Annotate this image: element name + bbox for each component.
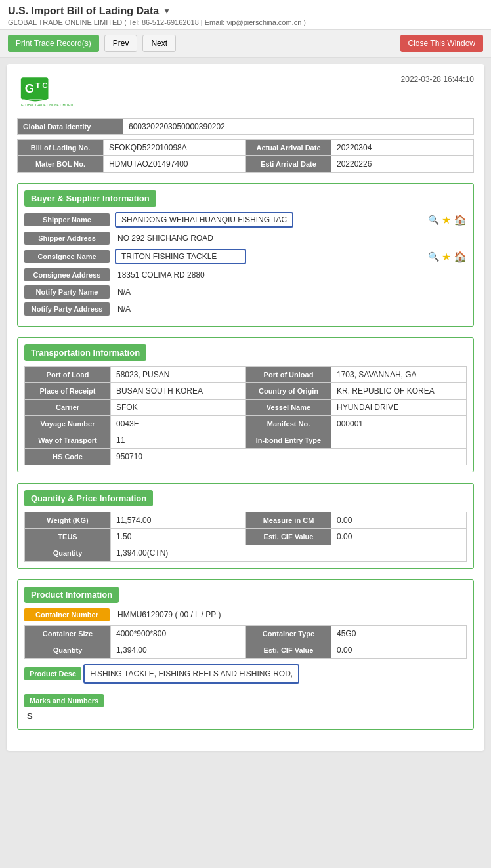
main-content: G T C GLOBAL TRADE ONLINE LIMITED 2022-0… bbox=[7, 64, 484, 751]
voyage-row: Voyage Number 0043E Manifest No. 000001 bbox=[24, 415, 467, 432]
consignee-name-label: Consignee Name bbox=[24, 250, 110, 263]
next-button[interactable]: Next bbox=[142, 35, 176, 52]
mater-bol-value: HDMUTAOZ01497400 bbox=[103, 156, 245, 172]
qp-esti-cif-label: Esti. CIF Value bbox=[245, 529, 331, 545]
consignee-name-value: TRITON FISHING TACKLE bbox=[115, 249, 246, 264]
hscode-row: HS Code 950710 bbox=[24, 448, 467, 465]
consignee-address-value: 18351 COLIMA RD 2880 bbox=[115, 268, 207, 281]
company-logo: G T C GLOBAL TRADE ONLINE LIMITED bbox=[17, 75, 96, 108]
global-identity-row: Global Data Identity 6003202203050000390… bbox=[17, 118, 474, 135]
prod-esti-cif-value: 0.00 bbox=[331, 642, 466, 658]
marks-area: Marks and Numbers S bbox=[24, 694, 467, 722]
notify-party-name-row: Notify Party Name N/A bbox=[24, 285, 467, 299]
qp-esti-cif-value: 0.00 bbox=[331, 529, 466, 545]
quantity-price-section: Quantity & Price Information Weight (KG)… bbox=[17, 483, 474, 569]
product-desc-value: FISHING TACKLE, FISHING REELS AND FISHIN… bbox=[83, 664, 299, 684]
product-title: Product Information bbox=[24, 587, 119, 603]
buyer-supplier-title: Buyer & Supplier Information bbox=[24, 190, 156, 207]
receipt-row: Place of Receipt BUSAN SOUTH KOREA Count… bbox=[24, 382, 467, 400]
print-button[interactable]: Print Trade Record(s) bbox=[8, 35, 99, 52]
esti-arrival-value: 20220226 bbox=[331, 156, 473, 172]
notify-party-name-value: N/A bbox=[115, 285, 133, 299]
shipper-name-row: Shipper Name SHANDONG WEIHAI HUANQIU FIS… bbox=[24, 212, 467, 228]
carrier-row: Carrier SFOK Vessel Name HYUNDAI DRIVE bbox=[24, 399, 467, 416]
consignee-icons: 🔍 ★ 🏠 bbox=[428, 251, 467, 263]
qp-quantity-value: 1,394.00(CTN) bbox=[110, 545, 466, 561]
doc-datetime: 2022-03-28 16:44:10 bbox=[401, 75, 474, 84]
measure-value: 0.00 bbox=[331, 512, 466, 528]
container-number-label: Container Number bbox=[24, 608, 110, 621]
voyage-number-value: 0043E bbox=[110, 416, 245, 432]
prod-quantity-row: Quantity 1,394.00 Esti. CIF Value 0.00 bbox=[24, 642, 467, 659]
weight-row: Weight (KG) 11,574.00 Measure in CM 0.00 bbox=[24, 512, 467, 529]
shipper-address-row: Shipper Address NO 292 SHICHANG ROAD bbox=[24, 232, 467, 245]
consignee-address-row: Consignee Address 18351 COLIMA RD 2880 bbox=[24, 268, 467, 281]
measure-label: Measure in CM bbox=[245, 512, 331, 528]
toolbar-left: Print Trade Record(s) Prev Next bbox=[8, 35, 176, 52]
marks-value: S bbox=[24, 710, 467, 722]
toolbar: Print Trade Record(s) Prev Next Close Th… bbox=[0, 30, 491, 58]
prod-quantity-label: Quantity bbox=[25, 642, 110, 658]
mater-bol-row: Mater BOL No. HDMUTAOZ01497400 Esti Arri… bbox=[17, 155, 474, 173]
notify-party-address-value: N/A bbox=[115, 302, 133, 316]
shipper-star-icon[interactable]: ★ bbox=[442, 214, 451, 226]
svg-text:GLOBAL TRADE ONLINE LIMITED: GLOBAL TRADE ONLINE LIMITED bbox=[21, 103, 74, 107]
transportation-section: Transportation Information Port of Load … bbox=[17, 337, 474, 472]
svg-text:C: C bbox=[42, 81, 48, 89]
esti-arrival-label: Esti Arrival Date bbox=[245, 156, 331, 172]
inbond-entry-value bbox=[331, 432, 466, 448]
bol-label: Bill of Lading No. bbox=[18, 140, 103, 155]
port-load-label: Port of Load bbox=[25, 367, 110, 382]
page-title: U.S. Import Bill of Lading Data ▼ bbox=[8, 5, 171, 17]
consignee-address-label: Consignee Address bbox=[24, 268, 110, 281]
way-transport-value: 11 bbox=[110, 432, 245, 448]
shipper-home-icon[interactable]: 🏠 bbox=[454, 214, 467, 226]
shipper-icons: 🔍 ★ 🏠 bbox=[428, 214, 467, 226]
container-size-label: Container Size bbox=[25, 626, 110, 642]
shipper-search-icon[interactable]: 🔍 bbox=[428, 215, 439, 225]
marks-label: Marks and Numbers bbox=[24, 694, 104, 707]
global-identity-label: Global Data Identity bbox=[18, 119, 123, 134]
weight-label: Weight (KG) bbox=[25, 512, 110, 528]
vessel-name-label: Vessel Name bbox=[245, 400, 331, 415]
consignee-name-row: Consignee Name TRITON FISHING TACKLE 🔍 ★… bbox=[24, 249, 467, 264]
global-identity-value: 6003202203050000390202 bbox=[123, 119, 473, 134]
consignee-home-icon[interactable]: 🏠 bbox=[454, 251, 467, 263]
prod-esti-cif-label: Esti. CIF Value bbox=[245, 642, 331, 658]
transportation-title: Transportation Information bbox=[24, 344, 146, 361]
teus-label: TEUS bbox=[25, 529, 110, 545]
container-type-label: Container Type bbox=[245, 626, 331, 642]
prev-button[interactable]: Prev bbox=[104, 35, 138, 52]
port-row: Port of Load 58023, PUSAN Port of Unload… bbox=[24, 366, 467, 383]
container-number-row: Container Number HMMU6129079 ( 00 / L / … bbox=[24, 608, 467, 621]
vessel-name-value: HYUNDAI DRIVE bbox=[331, 400, 466, 415]
port-unload-label: Port of Unload bbox=[245, 367, 331, 382]
consignee-star-icon[interactable]: ★ bbox=[442, 251, 451, 263]
notify-party-address-label: Notify Party Address bbox=[24, 302, 110, 316]
actual-arrival-value: 20220304 bbox=[331, 140, 473, 155]
mater-bol-label: Mater BOL No. bbox=[18, 156, 103, 172]
transport-type-row: Way of Transport 11 In-bond Entry Type bbox=[24, 432, 467, 449]
notify-party-name-label: Notify Party Name bbox=[24, 285, 110, 299]
container-type-value: 45G0 bbox=[331, 626, 466, 642]
voyage-number-label: Voyage Number bbox=[25, 416, 110, 432]
close-button[interactable]: Close This Window bbox=[400, 35, 483, 52]
product-section: Product Information Container Number HMM… bbox=[17, 579, 474, 730]
teus-row: TEUS 1.50 Esti. CIF Value 0.00 bbox=[24, 528, 467, 545]
inbond-entry-label: In-bond Entry Type bbox=[245, 432, 331, 448]
product-desc-label: Product Desc bbox=[24, 667, 81, 680]
quantity-price-title: Quantity & Price Information bbox=[24, 490, 153, 506]
bol-value: SFOKQD522010098A bbox=[103, 140, 245, 155]
country-label: Country of Origin bbox=[245, 383, 331, 399]
manifest-no-value: 000001 bbox=[331, 416, 466, 432]
container-size-row: Container Size 4000*900*800 Container Ty… bbox=[24, 625, 467, 642]
shipper-address-value: NO 292 SHICHANG ROAD bbox=[115, 232, 216, 245]
product-desc-area: Product Desc FISHING TACKLE, FISHING REE… bbox=[24, 664, 467, 689]
hs-code-value: 950710 bbox=[110, 449, 466, 465]
notify-party-address-row: Notify Party Address N/A bbox=[24, 302, 467, 316]
consignee-search-icon[interactable]: 🔍 bbox=[428, 251, 439, 262]
container-size-value: 4000*900*800 bbox=[110, 626, 245, 642]
port-unload-value: 1703, SAVANNAH, GA bbox=[331, 367, 466, 382]
dropdown-arrow-icon[interactable]: ▼ bbox=[163, 7, 171, 16]
manifest-no-label: Manifest No. bbox=[245, 416, 331, 432]
